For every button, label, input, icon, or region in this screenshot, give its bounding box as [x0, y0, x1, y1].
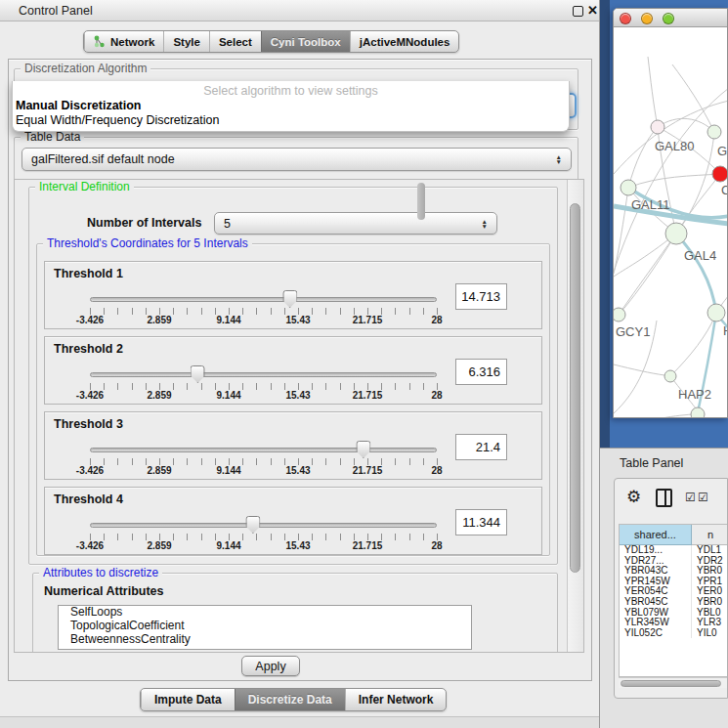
- slider-thumb[interactable]: [282, 290, 297, 308]
- attributes-list-scrollbar[interactable]: [417, 183, 425, 220]
- table-cell[interactable]: YDL1: [692, 545, 728, 556]
- close-icon[interactable]: ✕: [587, 3, 598, 18]
- close-traffic-light[interactable]: [620, 13, 631, 24]
- apply-button[interactable]: Apply: [241, 656, 300, 676]
- tick-label: 15.43: [285, 540, 310, 551]
- table-row[interactable]: YLR345W YLR3: [620, 618, 728, 628]
- table-cell[interactable]: YPR145W: [620, 577, 692, 587]
- tick-label: 21.715: [353, 390, 383, 401]
- settings-scroll-viewport: Interval Definition Number of Intervals …: [14, 179, 584, 653]
- top-tab[interactable]: Select: [209, 31, 261, 52]
- threshold-row: Threshold 3 -3.4262.8599.14415.4321.7152…: [44, 411, 542, 480]
- table-cell[interactable]: YER0: [692, 586, 728, 597]
- top-tab[interactable]: Style: [163, 31, 209, 52]
- table-cell[interactable]: YDR2: [692, 556, 728, 567]
- table-row[interactable]: YIL052C YIL0: [620, 628, 728, 639]
- bottom-tab[interactable]: Discretize Data: [235, 689, 345, 710]
- vertical-scrollbar[interactable]: [567, 180, 583, 652]
- number-of-intervals-combobox[interactable]: 5 ▲▼: [214, 212, 497, 235]
- threshold-value-field[interactable]: 21.4: [455, 434, 507, 460]
- attribute-list-item[interactable]: TopologicalCoefficient: [59, 620, 471, 633]
- table-cell[interactable]: YBR043C: [620, 566, 692, 577]
- table-data-combobox[interactable]: galFiltered.sif default node ▲▼: [21, 148, 572, 171]
- table-row[interactable]: YBR043C YBR0: [620, 566, 728, 577]
- table-cell[interactable]: YBR0: [692, 566, 728, 577]
- bottom-tab-label: Impute Data: [154, 693, 222, 707]
- network-node: [651, 120, 664, 134]
- top-tab-bar: Network Style Select: [83, 30, 459, 53]
- table-cell[interactable]: YLR345W: [620, 618, 692, 628]
- numerical-attributes-label: Numerical Attributes: [44, 584, 163, 598]
- minimize-traffic-light[interactable]: [641, 13, 653, 24]
- network-node-label: HAP2: [678, 387, 711, 402]
- table-cell[interactable]: YBL0: [692, 608, 728, 619]
- threshold-slider-track[interactable]: [90, 448, 437, 452]
- horizontal-scrollbar-thumb[interactable]: [621, 680, 721, 687]
- threshold-value-field[interactable]: 14.713: [455, 283, 507, 310]
- table-cell[interactable]: YIL0: [692, 628, 728, 639]
- table-cell[interactable]: YBL079W: [620, 608, 692, 619]
- slider-thumb[interactable]: [245, 516, 260, 534]
- zoom-traffic-light[interactable]: [663, 13, 674, 24]
- top-tab[interactable]: jActiveMNodules: [350, 31, 459, 52]
- bottom-tab[interactable]: Impute Data: [141, 689, 235, 710]
- threshold-value-field[interactable]: 11.344: [455, 509, 507, 535]
- slider-ticks: [90, 383, 438, 390]
- bottom-tab[interactable]: Infer Network: [345, 689, 447, 710]
- threshold-slider-track[interactable]: [90, 523, 437, 528]
- table-cell[interactable]: YLR3: [692, 618, 728, 628]
- dropdown-placeholder-item[interactable]: Select algorithm to view settings: [13, 84, 569, 98]
- threshold-slider-track[interactable]: [90, 372, 437, 377]
- attribute-list-item[interactable]: BetweennessCentrality: [59, 633, 471, 647]
- table-row[interactable]: YBR045C YBR0: [620, 597, 728, 608]
- bottom-tab-bar: Impute Data Discretize Data Infer Networ…: [140, 688, 447, 711]
- tick-label: 2.859: [147, 315, 171, 325]
- column-header-name[interactable]: n: [692, 525, 728, 545]
- table-row[interactable]: YDL19... YDL1: [620, 545, 728, 556]
- table-cell[interactable]: YER054C: [620, 586, 692, 597]
- table-row[interactable]: YER054C YER0: [620, 586, 728, 597]
- top-tab[interactable]: Network: [84, 31, 163, 52]
- threshold-label: Threshold 3: [54, 417, 123, 431]
- table-cell[interactable]: YDL19...: [620, 545, 692, 556]
- table-row[interactable]: YPR145W YPR1: [620, 577, 728, 587]
- slider-scale: -3.4262.8599.14415.4321.71528: [90, 390, 437, 402]
- column-layout-icon[interactable]: [656, 489, 672, 507]
- table-cell[interactable]: YIL052C: [620, 628, 692, 639]
- network-node-label: GAL4: [684, 248, 716, 263]
- network-canvas[interactable]: GAL80GAGAL11CGAL4GCY1HHAP2: [614, 27, 728, 418]
- tick-label: 28: [431, 315, 442, 325]
- float-window-icon[interactable]: [573, 6, 583, 17]
- threshold-label: Threshold 2: [54, 342, 123, 356]
- dropdown-item-manual-discretization[interactable]: Manual Discretization: [16, 99, 142, 112]
- numerical-attributes-list[interactable]: SelfLoopsTopologicalCoefficientBetweenne…: [58, 605, 472, 650]
- table-panel: Table Panel ⚙ ☑ ☑ shared... n YDL19... Y…: [600, 448, 728, 728]
- gear-icon[interactable]: ⚙: [626, 487, 641, 507]
- column-header-shared[interactable]: shared...: [620, 525, 692, 545]
- top-tab[interactable]: Cyni Toolbox: [261, 31, 350, 52]
- table-row[interactable]: YDR27... YDR2: [620, 556, 728, 567]
- table-cell[interactable]: YPR1: [692, 577, 728, 587]
- checkbox-icon[interactable]: ☑: [698, 491, 708, 504]
- network-node: [691, 407, 705, 418]
- slider-thumb[interactable]: [356, 441, 370, 458]
- tick-label: 28: [431, 390, 442, 401]
- table-cell[interactable]: YBR0: [692, 597, 728, 608]
- top-tab-label: Cyni Toolbox: [271, 36, 341, 48]
- horizontal-scrollbar[interactable]: [619, 677, 728, 688]
- slider-scale: -3.4262.8599.14415.4321.71528: [90, 540, 437, 552]
- vertical-scrollbar-thumb[interactable]: [570, 203, 580, 573]
- threshold-row: Threshold 1 -3.4262.8599.14415.4321.7152…: [44, 261, 542, 329]
- network-view-window: GAL80GAGAL11CGAL4GCY1HHAP2: [613, 8, 728, 418]
- slider-thumb[interactable]: [191, 365, 205, 383]
- threshold-slider-track[interactable]: [90, 297, 437, 302]
- table-cell[interactable]: YDR27...: [620, 556, 692, 567]
- tick-label: 15.43: [285, 390, 310, 401]
- tick-label: 2.859: [147, 465, 171, 476]
- checkbox-icon[interactable]: ☑: [685, 491, 696, 504]
- attribute-list-item[interactable]: SelfLoops: [59, 606, 471, 620]
- threshold-value-field[interactable]: 6.316: [455, 359, 507, 385]
- table-cell[interactable]: YBR045C: [620, 597, 692, 608]
- table-row[interactable]: YBL079W YBL0: [620, 608, 728, 619]
- dropdown-item-equal-width[interactable]: Equal Width/Frequency Discretization: [16, 113, 219, 127]
